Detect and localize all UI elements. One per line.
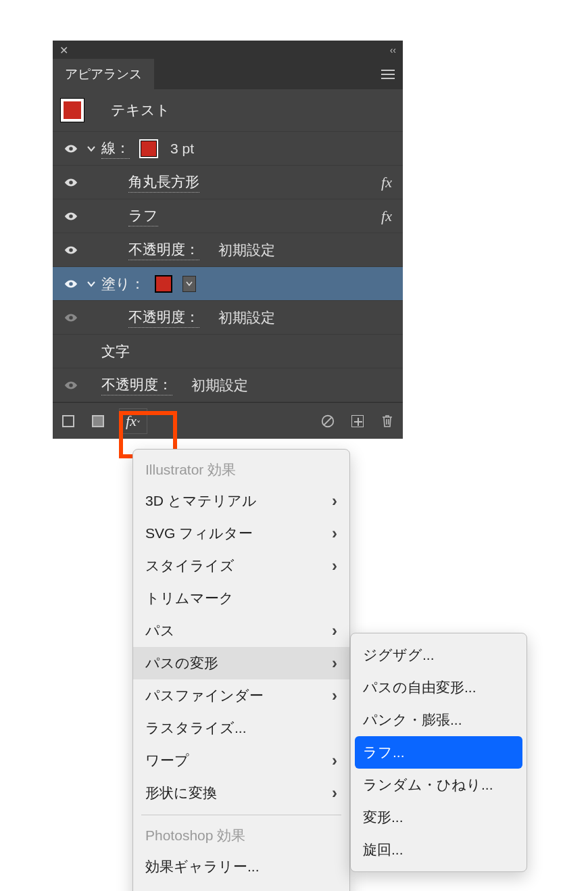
- opacity-value: 初期設定: [218, 241, 275, 260]
- add-effect-button[interactable]: fx˅: [119, 408, 147, 434]
- opacity-value: 初期設定: [218, 308, 275, 327]
- tab-appearance[interactable]: アピアランス: [53, 59, 154, 90]
- menu-item[interactable]: パスの自由変形...: [351, 671, 526, 704]
- menu-item-label: ワープ: [145, 751, 189, 770]
- effect-roundrect-label[interactable]: 角丸長方形: [128, 172, 199, 193]
- menu-header-illustrator: Illustrator 効果: [133, 455, 349, 485]
- menu-item[interactable]: SVG フィルター›: [133, 517, 349, 550]
- menu-item[interactable]: パスファインダー›: [133, 679, 349, 712]
- characters-row[interactable]: 文字: [53, 335, 403, 368]
- menu-item-label: パスの変形: [145, 654, 218, 673]
- menu-item-label: 効果ギャラリー...: [145, 857, 260, 876]
- effect-roundrect-row[interactable]: 角丸長方形 fx: [53, 166, 403, 199]
- chevron-right-icon: ›: [332, 556, 337, 575]
- menu-item[interactable]: 効果ギャラリー...: [133, 850, 349, 883]
- menu-item-label: 形状に変換: [145, 784, 217, 802]
- menu-item-label: ジグザグ...: [363, 646, 435, 665]
- menu-item[interactable]: パンク・膨張...: [351, 704, 526, 736]
- svg-line-1: [324, 417, 332, 425]
- menu-item[interactable]: 形状に変換›: [133, 777, 349, 809]
- new-stroke-icon[interactable]: [59, 412, 77, 430]
- menu-item-label: パンク・膨張...: [363, 711, 462, 729]
- menu-item-label: 3D とマテリアル: [145, 491, 257, 510]
- menu-item-label: ランダム・ひねり...: [363, 775, 493, 794]
- target-row: テキスト: [53, 89, 403, 132]
- menu-item-label: ラスタライズ...: [145, 719, 247, 738]
- menu-item[interactable]: ジグザグ...: [351, 639, 526, 671]
- menu-item-label: パス: [145, 621, 175, 640]
- panel-tabbar: アピアランス: [53, 59, 403, 89]
- chevron-right-icon: ›: [332, 491, 337, 510]
- target-label: テキスト: [111, 101, 170, 120]
- visibility-icon[interactable]: [61, 380, 81, 391]
- chevron-right-icon: ›: [332, 621, 337, 640]
- fill-swatch-dropdown[interactable]: [182, 276, 196, 292]
- panel-body: テキスト 線： 3 pt 角丸長方形 fx: [53, 89, 403, 439]
- menu-item[interactable]: ラスタライズ...: [133, 712, 349, 744]
- stroke-swatch[interactable]: [141, 141, 157, 157]
- menu-item[interactable]: ぼかし›: [133, 883, 349, 891]
- expand-icon[interactable]: [81, 279, 101, 289]
- visibility-icon[interactable]: [61, 177, 81, 188]
- stroke-opacity-row[interactable]: 不透明度： 初期設定: [53, 233, 403, 267]
- menu-item[interactable]: ワープ›: [133, 744, 349, 777]
- fill-swatch[interactable]: [155, 276, 172, 292]
- expand-icon[interactable]: [81, 144, 101, 153]
- chevron-right-icon: ›: [332, 784, 337, 802]
- stroke-row[interactable]: 線： 3 pt: [53, 132, 403, 166]
- fx-icon[interactable]: fx: [381, 208, 392, 225]
- delete-icon[interactable]: [378, 412, 396, 430]
- menu-item-label: パスの自由変形...: [363, 678, 476, 697]
- appearance-panel: ✕ ‹‹ アピアランス テキスト 線： 3 pt: [53, 41, 403, 439]
- stroke-swatch-holder: [130, 141, 168, 157]
- menu-item-label: トリムマーク: [145, 589, 234, 608]
- menu-item-label: スタイライズ: [145, 556, 235, 575]
- chevron-right-icon: ›: [332, 686, 337, 705]
- clear-icon[interactable]: [319, 412, 337, 430]
- fill-opacity-row[interactable]: 不透明度： 初期設定: [53, 301, 403, 335]
- chevron-right-icon: ›: [332, 524, 337, 543]
- visibility-icon[interactable]: [61, 211, 81, 222]
- distort-submenu: ジグザグ...パスの自由変形...パンク・膨張...ラフ...ランダム・ひねり.…: [350, 633, 527, 872]
- object-opacity-row[interactable]: 不透明度： 初期設定: [53, 368, 403, 402]
- opacity-label[interactable]: 不透明度：: [128, 308, 199, 328]
- menu-item[interactable]: パス›: [133, 615, 349, 647]
- stroke-label[interactable]: 線：: [101, 139, 130, 159]
- target-swatch[interactable]: [61, 99, 84, 122]
- menu-item[interactable]: 旋回...: [351, 834, 526, 866]
- menu-header-photoshop: Photoshop 効果: [133, 821, 349, 850]
- fill-label[interactable]: 塗り：: [101, 274, 145, 293]
- opacity-value: 初期設定: [191, 376, 248, 395]
- opacity-label[interactable]: 不透明度：: [101, 375, 172, 395]
- menu-item[interactable]: 3D とマテリアル›: [133, 485, 349, 517]
- chevron-right-icon: ›: [332, 751, 337, 770]
- panel-menu-icon[interactable]: [381, 70, 395, 79]
- menu-item[interactable]: スタイライズ›: [133, 550, 349, 582]
- menu-item[interactable]: 変形...: [351, 801, 526, 834]
- menu-separator: [141, 815, 341, 815]
- visibility-icon[interactable]: [61, 279, 81, 289]
- effect-rough-row[interactable]: ラフ fx: [53, 199, 403, 233]
- effects-menu: Illustrator 効果 3D とマテリアル›SVG フィルター›スタイライ…: [132, 449, 350, 891]
- new-fill-icon[interactable]: [89, 412, 107, 430]
- menu-item[interactable]: パスの変形›: [133, 647, 349, 679]
- opacity-label[interactable]: 不透明度：: [128, 240, 199, 260]
- menu-item[interactable]: ラフ...: [355, 736, 522, 769]
- visibility-icon[interactable]: [61, 245, 81, 256]
- fx-icon[interactable]: fx: [381, 174, 392, 191]
- fill-swatch-holder: [145, 276, 196, 292]
- menu-item-label: SVG フィルター: [145, 524, 253, 543]
- duplicate-icon[interactable]: [349, 412, 366, 430]
- effect-rough-label[interactable]: ラフ: [128, 206, 158, 226]
- fill-row[interactable]: 塗り：: [53, 267, 403, 301]
- close-icon[interactable]: ✕: [59, 44, 68, 57]
- stroke-weight[interactable]: 3 pt: [170, 141, 194, 157]
- visibility-icon[interactable]: [61, 143, 81, 154]
- menu-item[interactable]: トリムマーク: [133, 582, 349, 615]
- panel-titlebar: ✕ ‹‹: [53, 41, 403, 59]
- menu-item-label: ラフ...: [363, 743, 405, 762]
- visibility-icon[interactable]: [61, 312, 81, 323]
- collapse-icon[interactable]: ‹‹: [390, 45, 396, 55]
- characters-label: 文字: [101, 342, 130, 361]
- menu-item[interactable]: ランダム・ひねり...: [351, 769, 526, 801]
